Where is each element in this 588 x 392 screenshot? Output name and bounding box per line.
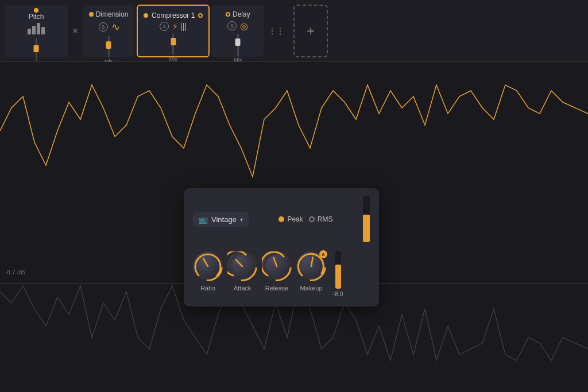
knobs-section: Ratio Attack [193, 251, 370, 297]
pitch-indicator [34, 8, 38, 13]
db-label: -8.7 dB [5, 269, 25, 275]
gain-side-fill [335, 265, 341, 289]
mode-selector[interactable]: 📺 Vintage ▾ [193, 212, 249, 227]
add-fx-button[interactable]: + [293, 5, 328, 57]
release-knob[interactable] [262, 251, 292, 281]
compressor-mix-label: Mix [169, 56, 177, 62]
ratio-knob-container: Ratio [193, 251, 223, 292]
knobs-row: Ratio Attack [193, 251, 326, 292]
pitch-icon [28, 23, 45, 34]
top-bar: Pitch Mix ✕ Dimension S [0, 0, 588, 62]
ratio-knob[interactable] [193, 251, 223, 281]
dimension-s-badge[interactable]: S [99, 22, 108, 32]
attack-knob[interactable] [227, 251, 257, 281]
fx-slot-pitch[interactable]: Pitch Mix [5, 5, 68, 57]
svg-line-7 [311, 257, 313, 266]
rms-label: RMS [318, 215, 333, 223]
dimension-wave-icon: ∿ [111, 21, 119, 33]
makeup-knob[interactable]: A [296, 251, 326, 281]
delay-icon: ◎ [240, 21, 248, 32]
chevron-down-icon: ▾ [240, 216, 243, 223]
makeup-label: Makeup [300, 285, 322, 292]
compressor-indicator [144, 13, 148, 18]
waveform-area: -8.7 dB Threshold 📺 Vintage ▾ Peak RMS [0, 62, 588, 392]
svg-point-0 [195, 254, 220, 279]
detection-group: Peak RMS [278, 215, 332, 223]
svg-line-3 [236, 260, 242, 266]
pitch-x: ✕ [70, 27, 80, 35]
release-label: Release [265, 285, 288, 292]
panel-header: 📺 Vintage ▾ Peak RMS [193, 196, 370, 242]
auto-badge: A [319, 250, 327, 258]
fx-slot-compressor[interactable]: Compressor 1 S ⚡︎ ||| Mix ✕ ⋮⋮ [137, 5, 210, 57]
delay-s-badge[interactable]: S [227, 21, 237, 30]
peak-radio [278, 216, 284, 222]
ratio-label: Ratio [200, 285, 215, 292]
attack-label: Attack [234, 285, 252, 292]
compressor-s-badge[interactable]: S [160, 22, 169, 31]
mode-label: Vintage [211, 215, 237, 224]
fx-slot-delay[interactable]: Delay S ◎ Mix ✕ [212, 5, 264, 57]
svg-line-1 [203, 258, 208, 266]
peak-option[interactable]: Peak [278, 215, 303, 223]
dimension-label: Dimension [96, 10, 129, 18]
svg-point-6 [299, 254, 324, 279]
rms-option[interactable]: RMS [309, 215, 333, 223]
compressor-panel: 📺 Vintage ▾ Peak RMS [184, 188, 379, 306]
add-icon: + [307, 23, 315, 39]
fx-slot-dimension[interactable]: Dimension S ∿ Mix ✕ ⋮⋮ [83, 5, 134, 57]
dimension-indicator [89, 12, 94, 17]
release-knob-container: Release [262, 251, 292, 292]
delay-mix-label: Mix [234, 57, 242, 63]
svg-point-2 [230, 254, 255, 279]
svg-line-5 [274, 258, 277, 266]
svg-point-4 [264, 254, 289, 279]
gain-value: -8.0 [333, 291, 343, 297]
attack-knob-container: Attack [227, 251, 257, 292]
gain-bar-fill [363, 215, 370, 242]
compressor-fader-indicator [198, 13, 203, 18]
compressor-label: Compressor 1 [152, 11, 195, 20]
rms-radio [309, 216, 315, 222]
mode-icon: 📺 [199, 215, 208, 224]
peak-label: Peak [287, 215, 303, 223]
compressor-waveform-icon: ⚡︎ ||| [172, 22, 187, 31]
gain-meter [363, 196, 370, 242]
pitch-label: Pitch [29, 13, 44, 21]
gain-meter-side: -8.0 [333, 251, 343, 297]
delay-label: Delay [233, 10, 250, 18]
delay-dots: ⋮⋮ [266, 26, 287, 36]
delay-indicator [226, 12, 230, 17]
makeup-knob-container: A Makeup [296, 251, 326, 292]
